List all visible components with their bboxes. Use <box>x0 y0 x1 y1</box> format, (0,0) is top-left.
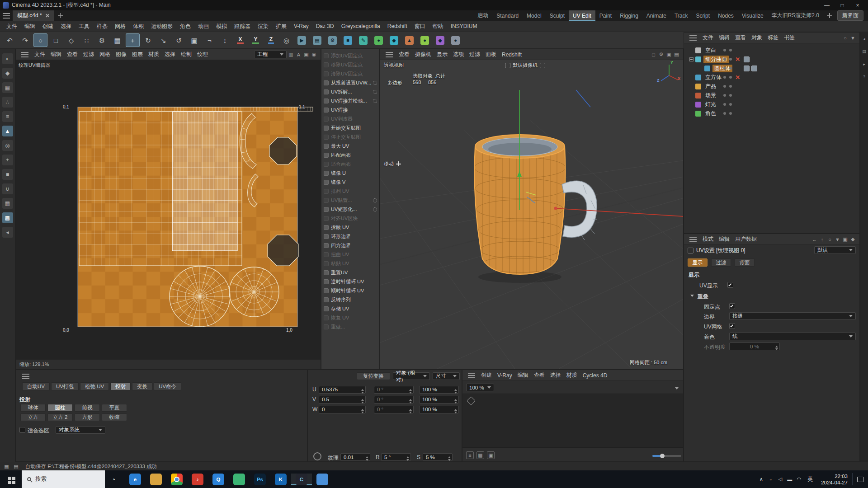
uv-command-item[interactable]: 恢复 UV <box>321 313 379 322</box>
layers-icon[interactable]: ▤ <box>861 48 868 55</box>
panel-layout-icon[interactable]: ▤ <box>673 51 680 58</box>
disabled-x-icon[interactable] <box>736 75 740 80</box>
uv-polygon-mode-icon[interactable]: ▲ <box>2 126 13 136</box>
menu-item[interactable]: Greyscalegorilla <box>338 23 384 29</box>
uv-command-item[interactable]: 重做... <box>321 322 379 331</box>
redo-icon[interactable]: ↷ <box>18 33 32 47</box>
chrome-icon[interactable] <box>166 474 187 485</box>
netease-music-icon[interactable]: ♪ <box>187 474 208 485</box>
uv-command-item[interactable]: 添加UV固定点 <box>321 51 379 60</box>
object-label[interactable]: 场景 <box>703 92 718 99</box>
task-view-icon[interactable]: ◔ <box>105 476 122 483</box>
position-field[interactable]: 0 <box>319 406 366 413</box>
uv-menu-item[interactable]: 图层 <box>129 51 146 58</box>
viewport-canvas[interactable]: 透视视图 默认摄像机 选取对象总计 多边形568856 移动 网格间距 : 50… <box>380 60 683 369</box>
visibility-dots[interactable] <box>723 85 732 88</box>
material-menu-item[interactable]: V-Ray <box>495 372 515 379</box>
object-row-product[interactable]: 产品 <box>684 82 859 91</box>
last-tool-icon[interactable]: ↺ <box>172 33 186 47</box>
uv-canvas[interactable]: 纹理UV编辑器 0,1 0,0 1,0 1,1 <box>16 60 321 360</box>
menu-item[interactable]: 扩展 <box>272 23 290 30</box>
layout-tab[interactable]: 启动 <box>473 10 492 21</box>
lock-icon[interactable]: ▣ <box>841 235 849 243</box>
fixed-point-checkbox[interactable] <box>729 303 735 309</box>
stepper-icon[interactable] <box>454 408 457 415</box>
pin-icon[interactable]: ◆ <box>849 235 857 243</box>
axis-mode-icon[interactable]: + <box>2 155 13 165</box>
uv-command-item[interactable]: 对齐UV区块 <box>321 214 379 223</box>
file-explorer-icon[interactable] <box>146 474 166 485</box>
gear-icon[interactable] <box>373 90 377 94</box>
object-row-character[interactable]: 角色 <box>684 109 859 118</box>
viewport-menu-item[interactable]: 显示 <box>434 51 450 58</box>
uv-grid-large-icon[interactable]: ▩ <box>2 212 13 223</box>
uv-menu-item[interactable]: 查看 <box>64 51 80 58</box>
material-menu-item[interactable]: 创建 <box>478 371 495 379</box>
cinema4d-icon[interactable]: C <box>291 474 312 485</box>
projection-button[interactable]: 收缩 <box>102 413 127 421</box>
material-list-area[interactable] <box>462 394 683 448</box>
menu-item[interactable]: 文件 <box>3 23 21 30</box>
rotation-field[interactable]: 0 ° <box>374 396 414 404</box>
scale-field[interactable]: 100 % <box>419 396 459 404</box>
texture-mode-icon[interactable]: ▦ <box>2 82 13 93</box>
panel-menu-icon[interactable] <box>689 237 697 242</box>
overlap-collapse-icon[interactable] <box>690 295 694 299</box>
layout-tab[interactable]: Nodes <box>714 10 738 21</box>
add-spline-icon[interactable]: ✎ <box>356 33 370 47</box>
layout-tab[interactable]: Visualize <box>738 10 768 21</box>
uv-point-mode-icon[interactable]: ∴ <box>2 97 13 108</box>
stepper-icon[interactable] <box>361 408 364 415</box>
material-menu-item[interactable]: Cycles 4D <box>580 372 610 379</box>
uv-command-item[interactable]: 反转序列 <box>321 295 379 304</box>
raster-snap-icon[interactable]: ▦ <box>110 33 124 47</box>
visibility-dots[interactable] <box>723 112 732 115</box>
menu-item[interactable]: 运动图形 <box>147 23 176 30</box>
uv-command-item[interactable]: 适合画布 <box>321 160 379 169</box>
viewport-menu-item[interactable]: 摄像机 <box>412 51 434 58</box>
object-label[interactable]: 灯光 <box>703 101 718 108</box>
camera-select-icon[interactable]: ▣ <box>665 51 673 58</box>
uv-command-item[interactable]: 最大 UV <box>321 141 379 150</box>
object-row-scene[interactable]: 场景 <box>684 91 859 100</box>
uv-command-item[interactable]: 逆时针循环 UV <box>321 277 379 286</box>
r-field[interactable]: 5 ° <box>381 453 411 461</box>
viewport-menu-item[interactable]: 过滤 <box>467 51 483 58</box>
projection-button[interactable]: 圆柱 <box>47 404 73 412</box>
uv-tools-tab[interactable]: 松弛 UV <box>80 382 109 390</box>
uv-menu-item[interactable]: 材质 <box>146 51 162 58</box>
filter-icon[interactable]: ▼ <box>834 235 841 243</box>
uv-command-item[interactable]: 拆散 UV <box>321 223 379 232</box>
visibility-dots[interactable] <box>723 49 732 52</box>
uvw-tag-icon[interactable] <box>751 66 757 71</box>
object-row-cylinder[interactable]: 圆柱体 <box>684 64 859 73</box>
attribute-tab[interactable]: 显示 <box>688 258 708 267</box>
lock-icon[interactable]: ▣ <box>302 51 310 58</box>
stepper-icon[interactable] <box>409 408 412 415</box>
add-cube-icon[interactable]: ■ <box>341 33 355 47</box>
menu-item[interactable]: V-Ray <box>290 23 312 29</box>
uv-command-item[interactable]: 镜像 U <box>321 169 379 178</box>
help-icon[interactable]: ? <box>861 74 868 80</box>
object-manager-menu-item[interactable]: 书签 <box>781 34 797 42</box>
volume-icon[interactable]: ◁ <box>775 476 785 482</box>
uv-command-item[interactable]: 镜像 V <box>321 178 379 187</box>
viewport-menu-item[interactable]: 选项 <box>450 51 467 58</box>
menu-item[interactable]: 渲染 <box>254 23 272 30</box>
stepper-icon[interactable] <box>448 455 451 462</box>
viewport-menu-item[interactable]: 面板 <box>483 51 499 58</box>
stepper-icon[interactable] <box>361 388 364 395</box>
back-arrow-icon[interactable]: ← <box>811 235 818 243</box>
menu-item[interactable]: 帮助 <box>429 23 447 30</box>
render-view-icon[interactable]: ▶ <box>295 33 309 47</box>
start-button[interactable] <box>0 470 22 488</box>
list-view-icon[interactable]: ≡ <box>466 451 474 459</box>
add-light-icon[interactable]: ● <box>418 33 432 47</box>
layout-tab[interactable]: Rigging <box>616 10 642 21</box>
polygon-selection-icon[interactable]: ∷ <box>80 33 94 47</box>
layout-tab[interactable]: Track <box>670 10 692 21</box>
uv-command-item[interactable]: 开始交互贴图 <box>321 123 379 132</box>
gear-icon[interactable] <box>373 198 377 202</box>
position-field[interactable]: 0.5375 <box>319 386 366 394</box>
uv-grid-checkbox[interactable] <box>729 323 735 329</box>
